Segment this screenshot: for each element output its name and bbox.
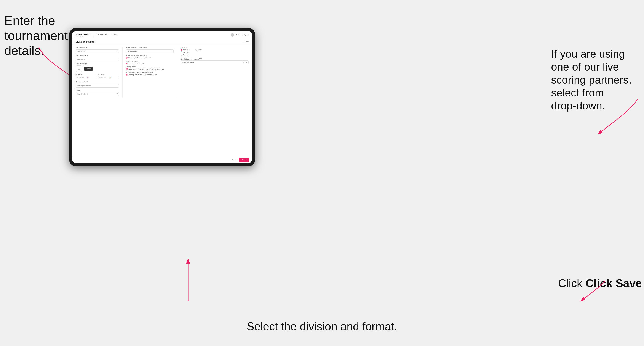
start-date-value: Pick a date [77,77,86,78]
live-scoring-value: Leaderboard King [182,61,242,63]
rounds-2-label: 2 [134,63,134,64]
format-6count4[interactable]: 6 count 4 [181,51,248,53]
rounds-1-radio[interactable] [126,63,128,64]
sponsor-label: Sponsor (optional) [76,81,119,83]
cancel-button[interactable]: Cancel [232,159,237,161]
scoring-match-label: Match Play [140,68,148,70]
event-for-group: Is this event for Teams and/or Individua… [126,72,174,76]
gender-label: Which gender is the event for? [126,55,174,56]
rounds-3-radio[interactable] [136,63,138,64]
scoring-radio-group: Stroke Play Match Play Medal Match Play [126,68,174,70]
sponsor-input[interactable] [76,84,119,88]
format-6count4-radio[interactable] [181,51,182,53]
division-group: Which division is the event for? NCAA Di… [126,47,174,53]
back-button[interactable]: ‹ Back [244,41,248,43]
divider-1 [122,47,122,98]
tournament-host-wrapper[interactable] [76,49,119,53]
event-individuals-label: Individuals Only [146,74,157,76]
gender-combined-radio[interactable] [144,57,146,59]
tournament-name-group: Tournament name [76,55,119,61]
brand-sub: Powered by clippit [75,35,90,37]
annotation-live-scoring: If you are using one of our live scoring… [551,47,642,112]
event-teams-label: Teams (+Individuals) [128,74,142,76]
gender-combined[interactable]: Combined [144,57,153,59]
navbar-right: Test User | Sign out [231,33,249,37]
venue-group: Venue [76,89,119,96]
event-for-radio-group: Teams (+Individuals) Individuals Only [126,74,174,76]
tournament-host-input[interactable] [76,49,119,53]
rounds-4-radio[interactable] [141,63,143,64]
gender-womens[interactable]: Womens [134,57,142,59]
gender-radio-group: Mens Womens Combined [126,57,174,59]
save-button[interactable]: Save [239,158,249,162]
scoring-medal[interactable]: Medal Match Play [150,68,164,70]
rounds-label: Number of rounds [126,60,174,62]
calendar-icon: 📅 [86,77,95,79]
scoring-stroke-radio[interactable] [126,68,128,70]
scoring-medal-radio[interactable] [150,68,151,70]
scoring-match[interactable]: Match Play [138,68,148,70]
rounds-1-label: 1 [128,63,129,64]
format-other[interactable]: Other [196,49,202,50]
end-date-input[interactable]: Pick a date 📅 [98,76,119,79]
brand: SCOREBOARD Powered by clippit [75,33,90,37]
tournament-name-input[interactable] [76,58,119,61]
event-individuals-radio[interactable] [144,74,146,76]
end-date-value: Pick a date [100,77,108,78]
col-right: Format type 5 count 4 Other [181,47,248,98]
scoring-stroke-label: Stroke Play [128,68,136,70]
live-scoring-chevron: ⌄ [246,61,247,63]
tab-teams[interactable]: TEAMS [112,33,118,36]
event-individuals[interactable]: Individuals Only [144,74,157,76]
tablet-screen: SCOREBOARD Powered by clippit TOURNAMENT… [72,31,252,163]
image-icon: 🖼 [78,67,80,70]
annotation-enter-tournament: Enter the tournament details. [4,13,68,58]
divider-2 [177,47,177,98]
format-other-radio[interactable] [196,49,197,50]
division-wrapper[interactable]: NCAA Division I [126,49,174,53]
rounds-2[interactable]: 2 [131,63,134,64]
tab-tournaments[interactable]: TOURNAMENTS [95,33,108,36]
start-date-label: Start date [76,74,96,75]
scoring-label: Scoring system [126,66,174,68]
format-6count5-radio[interactable] [181,54,182,56]
division-select[interactable]: NCAA Division I [126,49,174,53]
event-teams-radio[interactable] [126,74,128,76]
tournament-logo-label: Tournament logo [76,63,119,65]
live-scoring-clear[interactable]: ✕ [243,61,245,63]
gender-womens-radio[interactable] [134,57,136,59]
format-type-group: Format type 5 count 4 Other [181,47,248,56]
tournament-host-label: Tournament Host [76,47,119,48]
live-scoring-group: Use third-party live scoring API? Leader… [181,58,248,64]
format-5count4[interactable]: 5 count 4 [181,49,189,50]
gender-mens-radio[interactable] [126,57,128,59]
venue-label: Venue [76,89,119,91]
upload-button[interactable]: Upload [84,67,93,71]
format-5count4-radio[interactable] [181,49,182,50]
rounds-1[interactable]: 1 [126,63,129,64]
rounds-4[interactable]: 4 [141,63,144,64]
scoring-match-radio[interactable] [138,68,140,70]
gender-womens-label: Womens [136,57,142,59]
venue-input[interactable] [76,92,119,96]
rounds-3[interactable]: 3 [136,63,139,64]
venue-wrapper[interactable] [76,92,119,96]
navbar: SCOREBOARD Powered by clippit TOURNAMENT… [72,31,252,39]
live-scoring-input[interactable]: Leaderboard King ✕ ⌄ [181,60,248,64]
main-content: Create Tournament ‹ Back Tournament Host… [72,39,252,156]
start-date-input[interactable]: Pick a date 📅 [76,76,96,79]
scoring-stroke[interactable]: Stroke Play [126,68,136,70]
form-title: Create Tournament [76,41,95,43]
event-teams[interactable]: Teams (+Individuals) [126,74,142,76]
brand-title: SCOREBOARD [75,33,90,35]
form-body: Tournament Host Tournament name Tourname… [72,44,252,100]
tournament-logo-group: Tournament logo 🖼 Upload [76,63,119,72]
scoring-group: Scoring system Stroke Play Match Play [126,66,174,70]
format-6count5[interactable]: 6 count 5 [181,54,248,56]
rounds-2-radio[interactable] [131,63,133,64]
format-options: 5 count 4 Other 6 count 4 [181,49,248,56]
user-info: Test User | Sign out [236,34,249,36]
tournament-host-group: Tournament Host [76,47,119,53]
annotation-click-save: Click Click Save [558,277,642,290]
gender-mens[interactable]: Mens [126,57,132,59]
